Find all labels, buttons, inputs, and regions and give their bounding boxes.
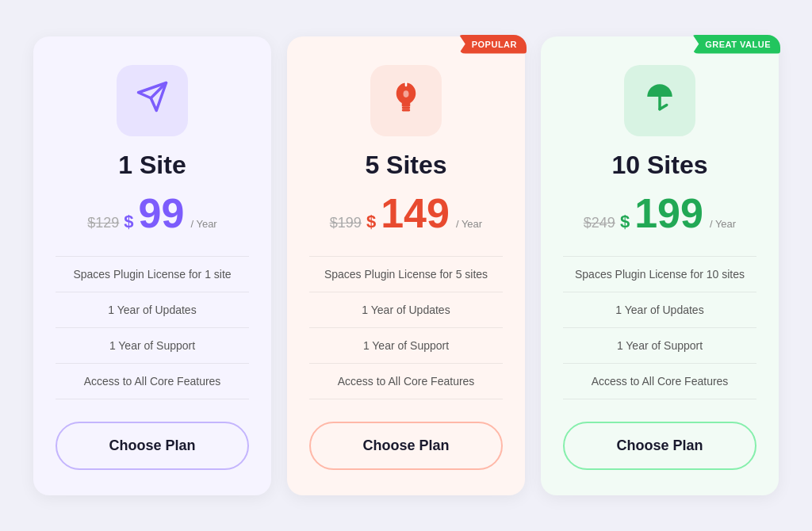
feature-item-basic-3: Access to All Core Features [56, 363, 249, 399]
plan-card-basic: 1 Site $129 $ 99 / Year Spaces Plugin Li… [33, 36, 271, 495]
features-list-basic: Spaces Plugin License for 1 site1 Year o… [56, 256, 249, 399]
svg-rect-0 [402, 106, 411, 109]
badge-value: GREAT VALUE [692, 35, 780, 54]
price-row-value: $249 $ 199 / Year [584, 193, 736, 234]
price-period-value: / Year [710, 218, 736, 230]
price-row-popular: $199 $ 149 / Year [330, 193, 482, 234]
feature-item-popular-1: 1 Year of Updates [309, 292, 503, 327]
feature-item-popular-0: Spaces Plugin License for 5 sites [309, 256, 503, 292]
features-list-value: Spaces Plugin License for 10 sites1 Year… [563, 256, 756, 399]
plan-name-popular: 5 Sites [365, 151, 446, 180]
price-dollar-value: $ [620, 212, 630, 232]
feature-item-popular-3: Access to All Core Features [309, 363, 503, 399]
badge-popular: POPULAR [459, 35, 527, 54]
feature-item-value-1: 1 Year of Updates [563, 292, 756, 327]
plan-icon-wrapper-value [624, 65, 695, 136]
plan-icon-wrapper-basic [117, 65, 188, 136]
feature-item-value-0: Spaces Plugin License for 10 sites [563, 256, 756, 292]
plan-icon-basic [136, 80, 169, 120]
plan-icon-value [643, 80, 676, 120]
feature-item-basic-1: 1 Year of Updates [56, 292, 249, 327]
choose-plan-button-value[interactable]: Choose Plan [563, 422, 756, 470]
features-list-popular: Spaces Plugin License for 5 sites1 Year … [309, 256, 503, 399]
price-period-popular: / Year [456, 218, 482, 230]
price-original-popular: $199 [330, 215, 362, 231]
price-period-basic: / Year [190, 218, 216, 230]
feature-item-popular-2: 1 Year of Support [309, 327, 503, 363]
feature-item-value-3: Access to All Core Features [563, 363, 756, 399]
choose-plan-button-popular[interactable]: Choose Plan [309, 422, 503, 470]
plan-icon-wrapper-popular [370, 65, 442, 136]
plan-card-popular: POPULAR 5 Sites $199 $ 149 / Year Spaces… [287, 36, 525, 495]
pricing-section: 1 Site $129 $ 99 / Year Spaces Plugin Li… [0, 13, 812, 519]
feature-item-value-2: 1 Year of Support [563, 327, 756, 363]
plan-name-value: 10 Sites [612, 151, 708, 180]
price-amount-popular: 149 [381, 193, 450, 234]
price-amount-basic: 99 [139, 193, 185, 234]
price-amount-value: 199 [634, 193, 703, 234]
price-row-basic: $129 $ 99 / Year [87, 193, 216, 234]
plan-card-value: GREAT VALUE 10 Sites $249 $ 199 / Year S… [541, 36, 779, 495]
feature-item-basic-2: 1 Year of Support [56, 327, 249, 363]
plan-name-basic: 1 Site [118, 151, 186, 180]
feature-item-basic-0: Spaces Plugin License for 1 site [56, 256, 249, 292]
price-dollar-popular: $ [366, 212, 376, 232]
price-dollar-basic: $ [124, 212, 133, 232]
svg-point-3 [404, 90, 409, 97]
plan-icon-popular [389, 80, 423, 120]
price-original-value: $249 [584, 215, 615, 231]
choose-plan-button-basic[interactable]: Choose Plan [56, 422, 249, 470]
svg-rect-1 [402, 109, 411, 112]
price-original-basic: $129 [87, 215, 119, 231]
